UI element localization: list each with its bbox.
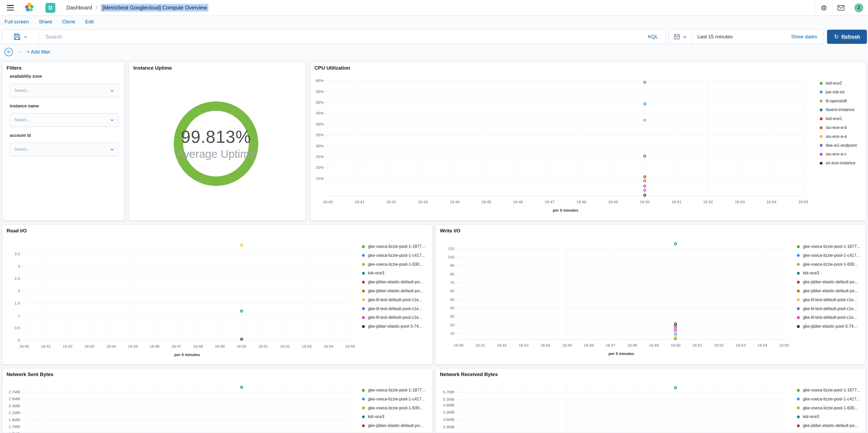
refresh-button[interactable]: ↻ Refresh xyxy=(827,30,867,44)
legend-item[interactable]: gke-jddwr-elastic-default-po... xyxy=(797,278,858,287)
legend-item[interactable]: siu-ece-a-b xyxy=(820,123,847,132)
legend-item[interactable]: gke-vseca-lizzie-pool-1-1877... xyxy=(797,386,860,395)
y-axis-tick-label: 80 xyxy=(435,272,454,276)
help-button[interactable] xyxy=(815,0,832,16)
legend-item[interactable]: gke-jddwr-elastic-pool-3-74... xyxy=(797,322,857,331)
filter-circle-icon[interactable] xyxy=(4,48,13,56)
legend-item[interactable]: gke-jddwr-elastic-default-po... xyxy=(797,430,858,433)
y-axis-tickmark xyxy=(455,249,458,249)
x-axis-tick-label: 16:53 xyxy=(735,200,745,204)
elastic-logo[interactable] xyxy=(21,0,38,16)
legend-item[interactable]: gke-vseca-lizzie-pool-1-c417... xyxy=(362,395,425,404)
notifications-button[interactable] xyxy=(833,0,849,16)
legend-item[interactable]: gke-lil-test-default-pool-c1e... xyxy=(797,313,857,322)
edit-button[interactable]: Edit xyxy=(85,19,94,25)
page-title[interactable]: [Metricbeat Googlecloud] Compute Overvie… xyxy=(101,4,208,11)
y-axis-tick-label: 55% xyxy=(310,89,323,94)
legend-item[interactable]: gke-vseca-lizzie-pool-1-630... xyxy=(797,404,858,412)
legend-item[interactable]: joe-mb-ml xyxy=(820,88,844,97)
x-axis-tick-label: 16:51 xyxy=(258,344,268,348)
show-dates-button[interactable]: Show dates xyxy=(791,34,823,40)
legend-item[interactable]: gke-vseca-lizzie-pool-1-1877... xyxy=(362,242,425,251)
legend-item[interactable]: gke-vseca-lizzie-pool-1-c417... xyxy=(797,251,860,260)
legend-item[interactable]: gke-jddwr-elastic-default-po... xyxy=(362,430,423,433)
gridline-vertical xyxy=(176,384,177,433)
y-axis-tickmark xyxy=(21,303,23,304)
legend-item[interactable]: gke-jddwr-elastic-default-po... xyxy=(362,278,423,287)
availability-zone-select[interactable]: Select... xyxy=(10,84,119,97)
legend-item[interactable]: gke-jddwr-elastic-pool-3-74... xyxy=(362,322,422,331)
legend-item[interactable]: sri-ece-instance xyxy=(820,158,856,168)
legend-item[interactable]: tlee-w1-endpoint xyxy=(820,141,857,150)
legend-item[interactable]: gke-vseca-lizzie-pool-1-1877... xyxy=(797,242,860,251)
data-point-gke-lil-test-default-pool-c1e... xyxy=(674,329,677,331)
gridline-horizontal xyxy=(459,265,784,266)
user-avatar[interactable]: 2 xyxy=(854,3,863,12)
x-axis-tick-label: 16:54 xyxy=(767,200,776,204)
legend-item[interactable]: gke-jddwr-elastic-default-po... xyxy=(362,421,423,430)
instance-name-select[interactable]: Select... xyxy=(10,113,119,127)
gridline-vertical xyxy=(741,244,741,339)
legend-item[interactable]: gke-lil-test-default-pool-c1e... xyxy=(797,304,857,313)
clone-button[interactable]: Clone xyxy=(62,19,75,25)
legend-item[interactable]: ted-ece1 xyxy=(820,114,842,123)
gridline-horizontal xyxy=(24,291,350,291)
legend-item[interactable]: siu-ece-a-c xyxy=(820,150,846,158)
gridline-vertical xyxy=(155,244,155,340)
gridline-vertical xyxy=(676,79,677,196)
legend-item[interactable]: gke-jddwr-elastic-default-po... xyxy=(362,287,423,295)
menu-icon[interactable] xyxy=(7,5,14,10)
filter-field-label: account id xyxy=(10,133,31,138)
legend-item[interactable]: gke-lil-test-default-pool-c1e... xyxy=(362,295,422,304)
y-axis-tick-label: 50 xyxy=(435,297,454,302)
y-axis-tick-label: 35% xyxy=(310,133,323,137)
gridline-horizontal xyxy=(459,412,784,412)
legend-item[interactable]: gke-vseca-lizzie-pool-1-c417... xyxy=(362,251,425,260)
legend-item[interactable]: kdr-ece3 xyxy=(797,269,819,278)
legend-label: gke-vseca-lizzie-pool-1-630... xyxy=(803,262,858,267)
legend-item[interactable]: kdr-ece3 xyxy=(797,412,819,421)
data-point-ted-ece1 xyxy=(643,175,646,178)
x-axis-tick-label: 16:44 xyxy=(450,200,460,204)
legend-item[interactable]: gke-vseca-lizzie-pool-1-630... xyxy=(797,260,858,269)
account-id-select[interactable]: Select... xyxy=(10,143,119,156)
y-axis-tick-label: 100 xyxy=(435,255,454,259)
legend-item[interactable]: lil-openshift xyxy=(820,97,847,106)
x-axis-tick-label: 16:41 xyxy=(475,343,485,347)
uptime-value: 99.813% xyxy=(181,127,251,147)
kql-button[interactable]: KQL xyxy=(641,34,665,40)
legend-dot xyxy=(362,389,365,392)
share-button[interactable]: Share xyxy=(39,19,52,25)
gridline-vertical xyxy=(89,244,90,340)
full-screen-button[interactable]: Full screen xyxy=(4,19,29,25)
search-input[interactable] xyxy=(39,30,641,44)
legend-item[interactable]: gke-lil-test-default-pool-c1e... xyxy=(797,295,857,304)
legend-label: gke-vseca-lizzie-pool-1-1877... xyxy=(803,244,860,249)
legend-item[interactable]: gke-vseca-lizzie-pool-1-1877... xyxy=(362,386,425,395)
saved-query-menu[interactable] xyxy=(2,30,39,44)
legend-item[interactable]: favero-instance xyxy=(820,105,854,114)
legend-dot xyxy=(797,272,800,275)
legend-item[interactable]: ted-ece2 xyxy=(820,79,842,88)
legend-item[interactable]: kdr-ece3 xyxy=(362,412,384,421)
breadcrumb-dashboard[interactable]: Dashboard xyxy=(66,5,92,11)
legend-item[interactable]: gke-jddwr-elastic-default-po... xyxy=(797,421,858,430)
legend-item[interactable]: gke-vseca-lizzie-pool-1-630... xyxy=(362,260,423,269)
gridline-vertical xyxy=(198,384,198,433)
legend-dot xyxy=(820,117,823,120)
add-filter-button[interactable]: + Add filter xyxy=(27,49,51,55)
legend-item[interactable]: gke-vseca-lizzie-pool-1-c417... xyxy=(797,395,860,404)
y-axis-tick-label: 2.3MB xyxy=(2,404,20,408)
legend-item[interactable]: gke-lil-test-default-pool-c1e... xyxy=(362,304,422,313)
legend-item[interactable]: gke-lil-test-default-pool-c1e... xyxy=(362,313,422,322)
legend-item[interactable]: gke-vseca-lizzie-pool-1-630... xyxy=(362,404,423,412)
legend-item[interactable]: gke-jddwr-elastic-default-po... xyxy=(797,287,858,295)
gridline-horizontal xyxy=(459,299,784,300)
quick-select-menu[interactable] xyxy=(669,30,692,44)
legend-dot xyxy=(820,82,823,85)
space-badge[interactable]: D xyxy=(45,3,55,13)
time-range-value[interactable]: Last 15 minutes xyxy=(692,34,791,40)
legend-item[interactable]: siu-ece-a-a xyxy=(820,132,847,141)
y-axis-tick-label: 10 xyxy=(435,331,454,336)
legend-item[interactable]: kdr-ece3 xyxy=(362,269,384,278)
